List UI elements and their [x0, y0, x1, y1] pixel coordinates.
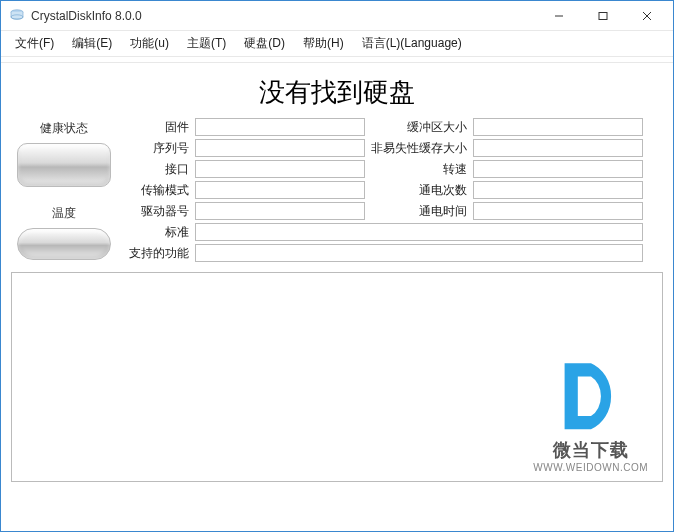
svg-rect-3: [599, 12, 607, 19]
window-title: CrystalDiskInfo 8.0.0: [31, 9, 537, 23]
standard-value: [195, 223, 643, 241]
buffer-value: [473, 118, 643, 136]
rpm-value: [473, 160, 643, 178]
interface-value: [195, 160, 365, 178]
interface-label: 接口: [121, 161, 191, 178]
menu-disk[interactable]: 硬盘(D): [236, 32, 293, 55]
watermark-logo-icon: [547, 350, 635, 438]
watermark-url: WWW.WEIDOWN.COM: [533, 462, 648, 473]
health-indicator[interactable]: [17, 143, 111, 187]
status-column: 健康状态 温度: [11, 118, 117, 260]
watermark: 微当下载 WWW.WEIDOWN.COM: [533, 350, 648, 473]
titlebar: CrystalDiskInfo 8.0.0: [1, 1, 673, 31]
menu-help[interactable]: 帮助(H): [295, 32, 352, 55]
buffer-label: 缓冲区大小: [369, 119, 469, 136]
supported-value: [195, 244, 643, 262]
menu-edit[interactable]: 编辑(E): [64, 32, 120, 55]
firmware-value: [195, 118, 365, 136]
drive-label: 驱动器号: [121, 203, 191, 220]
serial-label: 序列号: [121, 140, 191, 157]
menu-language[interactable]: 语言(L)(Language): [354, 32, 470, 55]
menu-file[interactable]: 文件(F): [7, 32, 62, 55]
poweron-hours-label: 通电时间: [369, 203, 469, 220]
app-window: CrystalDiskInfo 8.0.0 文件(F) 编辑(E) 功能(u) …: [0, 0, 674, 532]
standard-label: 标准: [121, 224, 191, 241]
minimize-button[interactable]: [537, 2, 581, 30]
nvcache-value: [473, 139, 643, 157]
maximize-button[interactable]: [581, 2, 625, 30]
health-label: 健康状态: [40, 120, 88, 137]
firmware-label: 固件: [121, 119, 191, 136]
drive-value: [195, 202, 365, 220]
transfer-label: 传输模式: [121, 182, 191, 199]
smart-list-box: 微当下载 WWW.WEIDOWN.COM: [11, 272, 663, 482]
menu-theme[interactable]: 主题(T): [179, 32, 234, 55]
supported-label: 支持的功能: [121, 245, 191, 262]
no-disk-heading: 没有找到硬盘: [11, 75, 663, 110]
menu-function[interactable]: 功能(u): [122, 32, 177, 55]
close-button[interactable]: [625, 2, 669, 30]
poweron-count-label: 通电次数: [369, 182, 469, 199]
temperature-label: 温度: [52, 205, 76, 222]
app-icon: [9, 8, 25, 24]
transfer-value: [195, 181, 365, 199]
temperature-indicator[interactable]: [17, 228, 111, 260]
top-area: 健康状态 温度 固件 缓冲区大小 序列号 非易失性缓存大小 接口 转速 传: [11, 118, 663, 262]
nvcache-label: 非易失性缓存大小: [369, 140, 469, 157]
content-area: 没有找到硬盘 健康状态 温度 固件 缓冲区大小 序列号 非易失性缓存大小 接口: [1, 63, 673, 492]
serial-value: [195, 139, 365, 157]
menubar: 文件(F) 编辑(E) 功能(u) 主题(T) 硬盘(D) 帮助(H) 语言(L…: [1, 31, 673, 57]
info-grid: 固件 缓冲区大小 序列号 非易失性缓存大小 接口 转速 传输模式 通电次数 驱动…: [121, 118, 663, 262]
poweron-hours-value: [473, 202, 643, 220]
rpm-label: 转速: [369, 161, 469, 178]
poweron-count-value: [473, 181, 643, 199]
watermark-name: 微当下载: [533, 438, 648, 462]
